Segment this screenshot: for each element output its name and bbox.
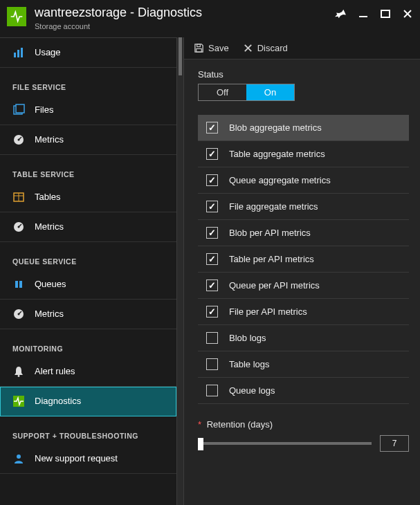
- metric-checkbox[interactable]: [206, 148, 218, 160]
- retention-slider[interactable]: [198, 438, 372, 449]
- bar-chart-icon: [12, 46, 25, 59]
- status-label: Status: [198, 69, 409, 80]
- status-on[interactable]: On: [246, 84, 294, 100]
- metric-label: File aggregate metrics: [229, 201, 318, 212]
- pane-divider[interactable]: [176, 37, 184, 505]
- blade-subtitle: Storage account: [35, 22, 327, 30]
- svg-rect-6: [21, 48, 23, 57]
- sidebar-item-diagnostics[interactable]: Diagnostics: [0, 387, 176, 416]
- svg-rect-24: [197, 48, 202, 52]
- discard-icon: [243, 43, 253, 53]
- pin-icon[interactable]: [336, 8, 347, 19]
- metric-row[interactable]: Table aggregate metrics: [198, 141, 409, 167]
- metric-checkbox[interactable]: [206, 227, 218, 239]
- svg-rect-4: [14, 53, 16, 57]
- metric-checkbox[interactable]: [206, 174, 218, 186]
- metric-checkbox[interactable]: [206, 385, 218, 396]
- metric-checkbox[interactable]: [206, 332, 218, 344]
- sidebar-item-label: Usage: [35, 47, 61, 57]
- svg-rect-5: [17, 50, 19, 57]
- metrics-gauge-icon: [12, 221, 25, 233]
- save-icon: [194, 43, 204, 53]
- discard-label: Discard: [257, 43, 288, 53]
- files-icon: [12, 104, 25, 116]
- command-bar: Save Discard: [184, 37, 420, 59]
- metric-checkbox[interactable]: [206, 201, 218, 212]
- metrics-list: Blob aggregate metricsTable aggregate me…: [198, 115, 409, 404]
- metrics-gauge-icon: [12, 134, 25, 146]
- queue-icon: [12, 278, 25, 291]
- sidebar-item-new-support-request[interactable]: New support request: [0, 444, 176, 474]
- metric-row[interactable]: Blob per API metrics: [198, 220, 409, 246]
- svg-point-20: [18, 375, 20, 377]
- sidebar-item-label: Metrics: [35, 221, 64, 232]
- metric-row[interactable]: Blob logs: [198, 325, 409, 351]
- metric-row[interactable]: Queue logs: [198, 378, 409, 404]
- storage-pulse-icon: [7, 7, 26, 26]
- metric-row[interactable]: Table logs: [198, 351, 409, 378]
- metric-label: Blob per API metrics: [229, 228, 311, 238]
- metric-row[interactable]: Blob aggregate metrics: [198, 115, 409, 141]
- sidebar-item-label: Metrics: [35, 134, 64, 145]
- maximize-icon[interactable]: [380, 8, 391, 19]
- sidebar-item-queues[interactable]: Queues: [0, 270, 176, 300]
- sidebar-item-tables[interactable]: Tables: [0, 183, 176, 212]
- status-toggle[interactable]: Off On: [198, 84, 295, 101]
- save-label: Save: [208, 43, 229, 53]
- metric-row[interactable]: Queue aggregate metrics: [198, 167, 409, 194]
- metric-row[interactable]: Table per API metrics: [198, 246, 409, 273]
- metric-label: Blob aggregate metrics: [229, 122, 322, 133]
- diagnostics-pane: Save Discard Status Off On Blob aggregat…: [184, 37, 420, 505]
- metric-checkbox[interactable]: [206, 306, 218, 318]
- sidebar-item-label: Tables: [35, 192, 61, 202]
- metric-label: Table per API metrics: [229, 254, 314, 264]
- metric-row[interactable]: Queue per API metrics: [198, 273, 409, 299]
- required-asterisk: *: [198, 419, 201, 430]
- sidebar-item-queue-metrics[interactable]: Metrics: [0, 300, 176, 329]
- metric-row[interactable]: File aggregate metrics: [198, 194, 409, 220]
- section-file-service: FILE SERVICE: [0, 68, 176, 95]
- sidebar-item-label: Diagnostics: [35, 396, 81, 406]
- diagnostics-pulse-icon: [12, 395, 25, 407]
- svg-rect-23: [197, 44, 201, 46]
- sidebar: Usage FILE SERVICE Files Metrics TABLE S…: [0, 37, 176, 505]
- sidebar-item-label: Metrics: [35, 309, 64, 319]
- section-monitoring: MONITORING: [0, 329, 176, 357]
- retention-value[interactable]: 7: [380, 435, 409, 452]
- close-icon[interactable]: [402, 8, 413, 19]
- retention-label: Retention (days): [207, 419, 273, 430]
- blade-title: wantreezstorage - Diagnostics: [35, 6, 327, 21]
- metric-checkbox[interactable]: [206, 122, 218, 134]
- sidebar-item-label: Alert rules: [35, 366, 75, 376]
- svg-point-22: [17, 454, 21, 459]
- sidebar-item-table-metrics[interactable]: Metrics: [0, 212, 176, 242]
- table-grid-icon: [12, 191, 25, 203]
- metric-checkbox[interactable]: [206, 358, 218, 370]
- metric-checkbox[interactable]: [206, 253, 218, 265]
- svg-rect-1: [381, 10, 390, 17]
- sidebar-item-usage[interactable]: Usage: [0, 38, 176, 68]
- sidebar-item-alert-rules[interactable]: Alert rules: [0, 357, 176, 387]
- svg-point-10: [18, 138, 20, 140]
- save-button[interactable]: Save: [194, 43, 229, 53]
- metric-row[interactable]: File per API metrics: [198, 299, 409, 325]
- status-off[interactable]: Off: [199, 84, 246, 100]
- svg-point-19: [18, 313, 20, 315]
- metric-label: Table aggregate metrics: [229, 149, 325, 159]
- section-queue-service: QUEUE SERVICE: [0, 242, 176, 270]
- titlebar: wantreezstorage - Diagnostics Storage ac…: [0, 0, 420, 37]
- svg-rect-16: [15, 281, 18, 288]
- sidebar-item-files[interactable]: Files: [0, 95, 176, 125]
- metric-label: Queue aggregate metrics: [229, 175, 331, 185]
- metric-label: File per API metrics: [229, 306, 307, 317]
- minimize-icon[interactable]: [358, 8, 369, 19]
- metric-checkbox[interactable]: [206, 279, 218, 291]
- slider-thumb[interactable]: [198, 438, 203, 450]
- discard-button[interactable]: Discard: [243, 43, 288, 53]
- svg-rect-17: [19, 281, 22, 288]
- metric-label: Queue per API metrics: [229, 280, 320, 291]
- sidebar-item-label: New support request: [35, 453, 118, 463]
- section-support: SUPPORT + TROUBLESHOOTING: [0, 416, 176, 444]
- support-person-icon: [12, 452, 25, 465]
- sidebar-item-file-metrics[interactable]: Metrics: [0, 125, 176, 155]
